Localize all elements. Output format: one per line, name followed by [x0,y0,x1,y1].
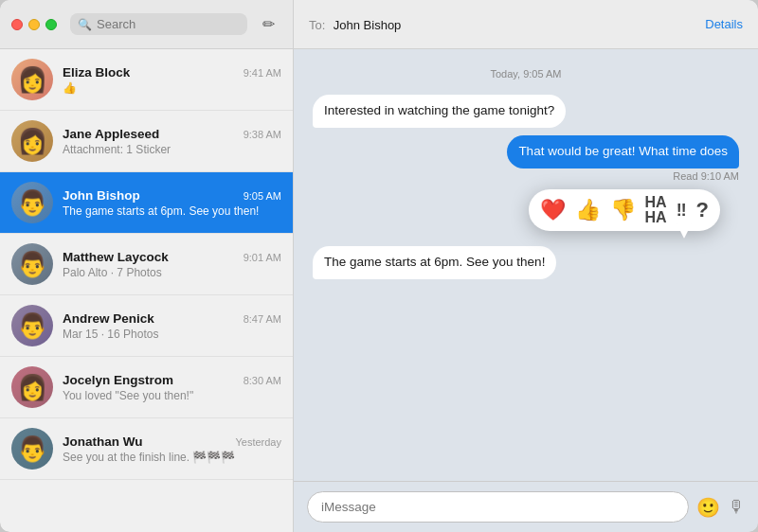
tapback-thumbsup[interactable]: 👍 [575,200,601,221]
avatar: 👩 [11,59,53,100]
avatar: 👩 [11,120,53,162]
tapback-heart[interactable]: ❤️ [540,200,566,221]
tapback-popup: ❤️ 👍 👎 HAHA ‼ ? [529,189,720,231]
message-row: That would be great! What time does Read… [313,135,739,182]
search-bar[interactable]: 🔍 [70,13,247,35]
conversation-preview: Mar 15 · 16 Photos [63,328,281,341]
conversation-item-jane-appleseed[interactable]: 👩Jane Appleseed9:38 AMAttachment: 1 Stic… [0,111,293,172]
conversation-item-matthew-laycock[interactable]: 👨Matthew Laycock9:01 AMPalo Alto · 7 Pho… [0,234,293,295]
chat-messages: Today, 9:05 AM Interested in watching th… [294,49,758,481]
conversation-info: Jane Appleseed9:38 AMAttachment: 1 Stick… [63,127,281,156]
close-button[interactable] [11,19,23,30]
message-row: Interested in watching the game tonight? [313,95,739,128]
conversation-time: 8:30 AM [244,375,281,386]
tapback-haha[interactable]: HAHA [645,195,667,225]
avatar: 👨 [11,428,53,470]
traffic-lights [11,19,57,30]
conversation-preview: See you at the finish line. 🏁🏁🏁 [63,451,281,464]
avatar: 👨 [11,305,53,346]
conversation-time: 8:47 AM [244,313,281,325]
conversation-time: 9:38 AM [244,129,281,140]
conversation-time: Yesterday [235,436,281,448]
conversation-name: Eliza Block [63,65,130,80]
chat-recipient-area: To: John Bishop [309,16,401,33]
avatar: 👨 [11,243,53,285]
chat-recipient-name: John Bishop [334,18,402,32]
conversation-time: 9:01 AM [244,252,281,263]
avatar: 👨 [11,182,53,223]
tapback-thumbsdown[interactable]: 👎 [610,200,636,221]
conversation-name: John Bishop [63,188,140,203]
message-bubble: The game starts at 6pm. See you then! [313,246,556,279]
timestamp-label: Today, 9:05 AM [313,68,739,80]
message-input[interactable] [307,491,689,523]
message-bubble: Interested in watching the game tonight? [313,95,566,128]
conversation-time: 9:41 AM [244,67,281,79]
emoji-button[interactable]: 🙂 [696,496,720,519]
conversation-item-jocelyn-engstrom[interactable]: 👩Jocelyn Engstrom8:30 AMYou loved "See y… [0,357,293,418]
search-icon: 🔍 [78,18,92,31]
conversation-info: John Bishop9:05 AMThe game starts at 6pm… [63,188,281,218]
conversation-info: Eliza Block9:41 AM👍 [63,65,281,95]
chat-header: To: John Bishop Details [294,0,758,49]
maximize-button[interactable] [45,19,57,30]
search-input[interactable] [97,17,240,31]
app-container: 🔍 ✏ 👩Eliza Block9:41 AM👍👩Jane Appleseed9… [0,0,758,532]
conversation-name: Andrew Penick [63,311,154,326]
main-chat: To: John Bishop Details Today, 9:05 AM I… [294,0,758,532]
conversation-info: Jocelyn Engstrom8:30 AMYou loved "See yo… [63,373,281,402]
details-button[interactable]: Details [705,17,743,31]
message-row: The game starts at 6pm. See you then! [313,246,739,279]
conversation-time: 9:05 AM [244,190,281,202]
conversation-name: Jocelyn Engstrom [63,373,173,387]
conversation-preview: Palo Alto · 7 Photos [63,266,281,279]
conversation-name: Jane Appleseed [63,127,159,141]
conversation-info: Matthew Laycock9:01 AMPalo Alto · 7 Phot… [63,250,281,279]
tapback-exclamation[interactable]: ‼ [677,202,687,219]
conversation-name: Jonathan Wu [63,434,143,449]
conversation-preview: The game starts at 6pm. See you then! [63,204,281,218]
sidebar-titlebar: 🔍 ✏ [0,0,293,49]
conversation-info: Jonathan WuYesterdaySee you at the finis… [63,434,281,464]
conversation-info: Andrew Penick8:47 AMMar 15 · 16 Photos [63,311,281,341]
tapback-question[interactable]: ? [696,200,709,221]
conversation-item-jonathan-wu[interactable]: 👨Jonathan WuYesterdaySee you at the fini… [0,418,293,480]
avatar: 👩 [11,366,53,408]
conversation-preview: 👍 [63,81,281,95]
read-receipt: Read 9:10 AM [673,170,739,182]
conversation-item-john-bishop[interactable]: 👨John Bishop9:05 AMThe game starts at 6p… [0,172,293,234]
conversation-preview: Attachment: 1 Sticker [63,143,281,156]
conversation-preview: You loved "See you then!" [63,389,281,402]
conversation-name: Matthew Laycock [63,250,169,264]
audio-button[interactable]: 🎙 [728,497,745,517]
message-bubble: That would be great! What time does [507,135,739,168]
conversation-item-eliza-block[interactable]: 👩Eliza Block9:41 AM👍 [0,49,293,111]
sidebar: 🔍 ✏ 👩Eliza Block9:41 AM👍👩Jane Appleseed9… [0,0,294,532]
compose-button[interactable]: ✏ [255,11,281,38]
minimize-button[interactable] [28,19,40,30]
chat-input-area: 🙂 🎙 [294,481,758,532]
conversation-item-andrew-penick[interactable]: 👨Andrew Penick8:47 AMMar 15 · 16 Photos [0,295,293,357]
to-label: To: [309,18,325,32]
conversation-list: 👩Eliza Block9:41 AM👍👩Jane Appleseed9:38 … [0,49,293,532]
